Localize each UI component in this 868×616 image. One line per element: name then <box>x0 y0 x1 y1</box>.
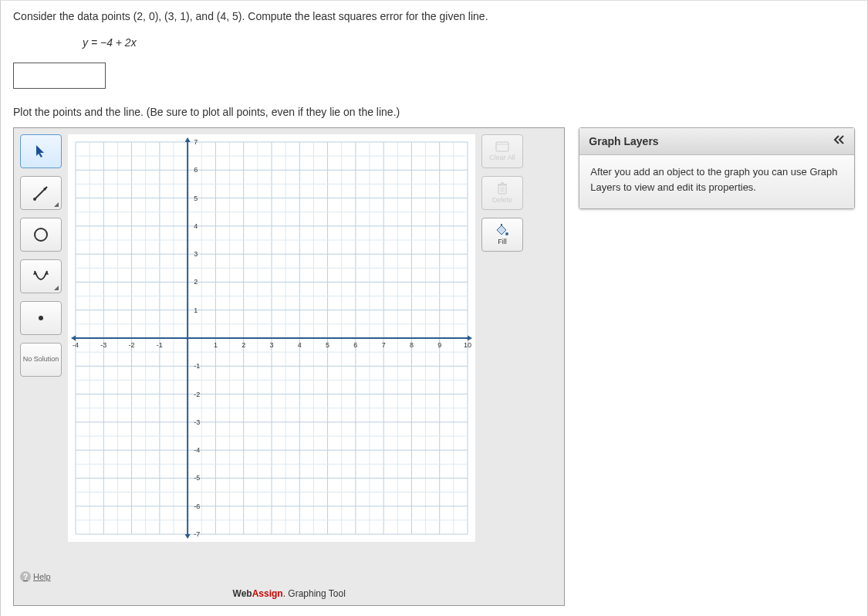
clear-all-label: Clear All <box>489 154 515 161</box>
svg-point-2 <box>33 198 36 201</box>
svg-marker-70 <box>185 534 191 539</box>
svg-text:-1: -1 <box>194 362 200 370</box>
svg-text:9: 9 <box>437 341 441 349</box>
svg-text:-2: -2 <box>194 391 200 398</box>
plot-instruction: Plot the points and the line. (Be sure t… <box>13 106 855 118</box>
dropdown-indicator-icon <box>54 202 59 207</box>
no-solution-label: No Solution <box>23 356 59 364</box>
svg-text:3: 3 <box>269 341 273 349</box>
no-solution-button[interactable]: No Solution <box>20 343 62 377</box>
graph-layers-body: After you add an object to the graph you… <box>579 155 854 208</box>
graph-canvas[interactable]: -4-3-2-112345678910-7-6-5-4-3-2-11234567 <box>68 134 475 542</box>
circle-icon <box>32 226 49 243</box>
fill-button[interactable]: Fill <box>481 218 523 252</box>
brand-suffix: . Graphing Tool <box>283 588 346 599</box>
svg-marker-68 <box>71 335 76 340</box>
svg-marker-69 <box>185 137 191 142</box>
pointer-tool-button[interactable] <box>20 134 62 168</box>
svg-text:5: 5 <box>194 195 198 202</box>
pointer-icon <box>34 144 48 158</box>
svg-text:-7: -7 <box>194 530 200 538</box>
parabola-tool-button[interactable] <box>20 259 62 293</box>
point-tool-button[interactable] <box>20 301 62 335</box>
graph-layers-title: Graph Layers <box>589 135 658 147</box>
question-text: Consider the data points (2, 0), (3, 1),… <box>13 10 855 22</box>
help-link[interactable]: ? Help <box>20 571 62 582</box>
svg-rect-99 <box>496 142 508 151</box>
parabola-icon <box>32 268 49 285</box>
svg-text:7: 7 <box>194 138 198 146</box>
svg-text:10: 10 <box>464 341 471 349</box>
question-container: Consider the data points (2, 0), (3, 1),… <box>0 0 868 616</box>
delete-label: Delete <box>492 196 512 204</box>
svg-rect-103 <box>501 182 504 184</box>
point-icon <box>36 313 46 323</box>
line-icon <box>32 184 49 201</box>
clear-all-icon <box>495 141 509 152</box>
svg-text:6: 6 <box>194 166 198 174</box>
collapse-button[interactable] <box>833 134 845 148</box>
svg-text:-4: -4 <box>194 446 200 454</box>
dropdown-indicator-icon <box>54 286 59 290</box>
svg-text:2: 2 <box>194 278 198 286</box>
graph-widget: No Solution ? Help -4-3-2-112345678910-7… <box>13 127 565 606</box>
graph-action-buttons: Clear All Delete <box>481 134 523 252</box>
chevron-left-icon <box>833 134 845 145</box>
fill-icon <box>496 224 508 236</box>
equation: y = −4 + 2x <box>83 36 855 49</box>
svg-text:2: 2 <box>241 341 245 349</box>
fill-label: Fill <box>498 238 507 245</box>
brand-highlight: Assign <box>252 588 283 599</box>
line-tool-button[interactable] <box>20 176 62 210</box>
svg-text:6: 6 <box>353 341 357 349</box>
svg-text:-3: -3 <box>194 418 200 426</box>
svg-text:-4: -4 <box>73 341 79 349</box>
svg-point-3 <box>35 228 47 241</box>
graph-footer: WebAssign. Graphing Tool <box>20 582 558 599</box>
trash-icon <box>497 182 508 195</box>
svg-text:-2: -2 <box>129 341 135 349</box>
help-icon: ? <box>20 571 31 582</box>
graph-layers-panel: Graph Layers After you add an object to … <box>579 127 855 209</box>
svg-text:5: 5 <box>326 341 329 349</box>
help-label: Help <box>33 572 51 581</box>
clear-all-button[interactable]: Clear All <box>481 134 523 168</box>
svg-text:8: 8 <box>410 341 414 349</box>
svg-text:4: 4 <box>298 341 302 349</box>
graph-toolbar: No Solution ? Help <box>20 134 62 582</box>
svg-text:-5: -5 <box>194 474 200 482</box>
svg-text:-1: -1 <box>157 341 163 349</box>
svg-rect-102 <box>498 184 507 185</box>
svg-text:1: 1 <box>214 341 218 349</box>
svg-text:4: 4 <box>194 222 198 230</box>
svg-text:3: 3 <box>194 250 198 258</box>
coordinate-grid: -4-3-2-112345678910-7-6-5-4-3-2-11234567 <box>68 134 475 542</box>
svg-point-6 <box>39 316 43 320</box>
svg-point-107 <box>505 232 508 235</box>
svg-marker-67 <box>468 335 472 340</box>
graph-layers-header: Graph Layers <box>579 128 854 155</box>
svg-text:-6: -6 <box>194 503 200 510</box>
brand-prefix: Web <box>233 588 252 599</box>
graphing-tool-area: No Solution ? Help -4-3-2-112345678910-7… <box>13 127 855 606</box>
answer-input[interactable] <box>13 63 106 89</box>
svg-text:-3: -3 <box>100 341 106 349</box>
svg-text:1: 1 <box>194 306 198 314</box>
delete-button[interactable]: Delete <box>481 176 523 210</box>
svg-text:7: 7 <box>382 341 386 349</box>
circle-tool-button[interactable] <box>20 218 62 252</box>
